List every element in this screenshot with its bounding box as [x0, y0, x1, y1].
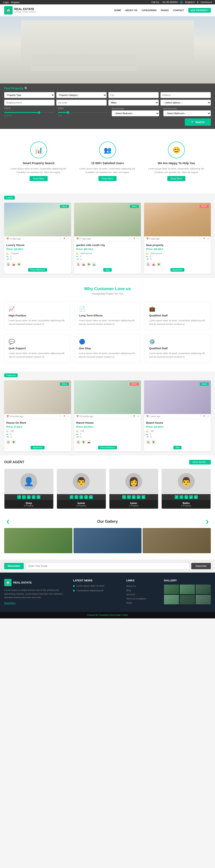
share-icon[interactable]: ↗ [137, 238, 139, 240]
agent-card-1[interactable]: 👨 ftgpin kumar 0 Property [57, 469, 106, 509]
heart-icon[interactable]: ♡ [60, 415, 61, 417]
city-input[interactable] [108, 92, 159, 98]
gallery-item-2[interactable] [73, 528, 142, 553]
nav-categories[interactable]: CATEGORIES [142, 9, 157, 11]
social-icon-p[interactable]: p [189, 495, 193, 499]
social-icon-f[interactable]: f [122, 495, 126, 499]
social-icon-in[interactable]: in [194, 495, 198, 499]
zipcode-input[interactable] [56, 100, 107, 105]
nav-contact[interactable]: CONTACT [173, 9, 184, 11]
footer-gallery-item-5[interactable] [180, 595, 195, 604]
currency-selector[interactable]: $ Currency ▾ [197, 1, 212, 3]
footer-gallery-item-1[interactable] [164, 585, 179, 594]
property-card[interactable]: RENT 📅 5 days ago ♡ 📍 ↗ New property Pri… [144, 203, 211, 274]
agent-avatar-3: 👨 [178, 473, 194, 490]
agent-card-3[interactable]: 👨 ftgpin Bablu 0 Property [162, 469, 211, 509]
share-icon[interactable]: ↗ [67, 238, 69, 240]
location-icon[interactable]: 📍 [203, 415, 205, 417]
options-select[interactable]: ---Select options--- [160, 100, 211, 105]
footer-link[interactable]: FAQs [127, 601, 132, 604]
social-icon-t[interactable]: t [127, 495, 131, 499]
language-selector[interactable]: 🌐 English ▾ [180, 1, 194, 3]
footer-link[interactable]: About Us [127, 585, 136, 587]
property-type-select[interactable]: Property Type Apartment House Villa [4, 92, 55, 98]
agent-card-2[interactable]: 👩 ftgpin karan 1 Property [109, 469, 158, 509]
location-icon[interactable]: 📍 [63, 415, 66, 417]
address-input[interactable] [160, 92, 211, 98]
register-link[interactable]: Register [11, 1, 20, 4]
property-card[interactable]: SALE 📅 17 days ago ♡ 📍 ↗ garden villa so… [74, 203, 141, 274]
social-icon-in[interactable]: in [37, 495, 40, 499]
property-card[interactable]: SALE 📅 3 years ago ♡ 📍 ↗ Beach house Pri… [144, 380, 211, 452]
share-icon[interactable]: ↗ [207, 238, 209, 240]
feature-read-more-0[interactable]: Read More [30, 176, 48, 181]
nav-add-property[interactable]: ADD PROPERTY [188, 8, 211, 12]
footer-gallery-item-4[interactable] [164, 595, 179, 604]
footer-read-more[interactable]: Read More [4, 602, 15, 604]
area-slider[interactable] [58, 111, 108, 115]
share-icon[interactable]: ↗ [207, 415, 209, 417]
agent-card-0[interactable]: 👤 ftgpin Deep 0 Property [4, 469, 53, 509]
property-card[interactable]: SALE 📅 10 months ago ♡ 📍 ↗ House On Rent… [4, 380, 71, 452]
feature-read-more-2[interactable]: Read More [167, 176, 185, 181]
footer-link[interactable]: Terms & Conditions [127, 597, 146, 600]
subscribe-button[interactable]: Subscribe [191, 563, 211, 569]
heart-icon[interactable]: ♡ [199, 238, 201, 240]
share-icon[interactable]: ↗ [137, 415, 139, 417]
social-icon-p[interactable]: p [137, 495, 140, 499]
nav-home[interactable]: HOME [114, 9, 121, 11]
social-icon-g[interactable]: g [184, 495, 188, 499]
nav-about[interactable]: ABOUT US [126, 9, 137, 11]
header: 🏠 REAL ESTATE WHERE LIVING STARTS HOME A… [0, 4, 215, 16]
location-icon[interactable]: 📍 [63, 238, 66, 240]
location-icon[interactable]: 📍 [203, 238, 205, 240]
property-card[interactable]: SALE 📅 14 days ago ♡ 📍 ↗ Luxury House Pr… [4, 203, 71, 274]
login-link[interactable]: Login [3, 1, 9, 4]
location-icon[interactable]: 📍 [133, 415, 135, 417]
property-details: 📐 3524 kennel 🛏 4 🚿 0 [76, 252, 139, 260]
heart-icon[interactable]: ♡ [129, 238, 131, 240]
social-icon-t[interactable]: t [180, 495, 183, 499]
social-icon-in[interactable]: in [89, 495, 93, 499]
amenity-icon: 🌳 [151, 440, 155, 444]
footer-link-item: Terms & Conditions [127, 597, 158, 600]
gallery-item-3[interactable] [143, 528, 211, 553]
footer-gallery-item-6[interactable] [196, 595, 211, 604]
social-icon-f[interactable]: f [17, 495, 21, 499]
social-icon-f[interactable]: f [175, 495, 178, 499]
property-card[interactable]: RENT 📅 10 months ago ♡ 📍 ↗ Ranch House P… [74, 380, 141, 452]
social-icon-in[interactable]: in [142, 495, 145, 499]
heart-icon[interactable]: ♡ [199, 415, 201, 417]
nav-pages[interactable]: PAGES [161, 9, 169, 11]
social-icon-p[interactable]: p [32, 495, 35, 499]
newsletter-email-input[interactable] [26, 563, 189, 569]
price-slider[interactable] [4, 111, 54, 115]
location-icon[interactable]: 📍 [133, 238, 135, 240]
view-more-button[interactable]: VIEW MORE... [189, 460, 211, 464]
property-title: Luxury House [6, 244, 69, 247]
social-icon-p[interactable]: p [84, 495, 88, 499]
social-icon-f[interactable]: f [70, 495, 73, 499]
footer-gallery-item-2[interactable] [180, 585, 195, 594]
bedrooms-select[interactable]: --Select Bedroom-- 1234+ [112, 111, 159, 116]
footer-link[interactable]: Services [127, 593, 135, 596]
amenity-icon: 🏊 [92, 262, 96, 267]
heart-icon[interactable]: ♡ [129, 415, 131, 417]
miles-select[interactable]: Miles [108, 100, 159, 105]
gallery-item-1[interactable] [4, 528, 72, 553]
social-icon-t[interactable]: t [75, 495, 78, 499]
property-category-select[interactable]: Property Category For Sale For Rent [56, 92, 107, 98]
bathrooms-select[interactable]: --Select Bathroom-- 1234+ [163, 111, 211, 116]
neighborhood-input[interactable] [4, 100, 55, 105]
social-icon-g[interactable]: g [132, 495, 136, 499]
heart-icon[interactable]: ♡ [60, 238, 61, 240]
social-icon-g[interactable]: g [27, 495, 31, 499]
share-icon[interactable]: ↗ [67, 415, 69, 417]
footer-gallery-item-3[interactable] [196, 585, 211, 594]
social-icon-g[interactable]: g [79, 495, 83, 499]
feature-read-more-1[interactable]: Read More [99, 176, 116, 181]
footer-link[interactable]: Blog [127, 589, 131, 591]
social-icon-t[interactable]: t [22, 495, 26, 499]
footer-links-col: LINKS About UsBlogServicesTerms & Condit… [127, 579, 158, 606]
search-button[interactable]: 🔍 Search [185, 118, 211, 126]
